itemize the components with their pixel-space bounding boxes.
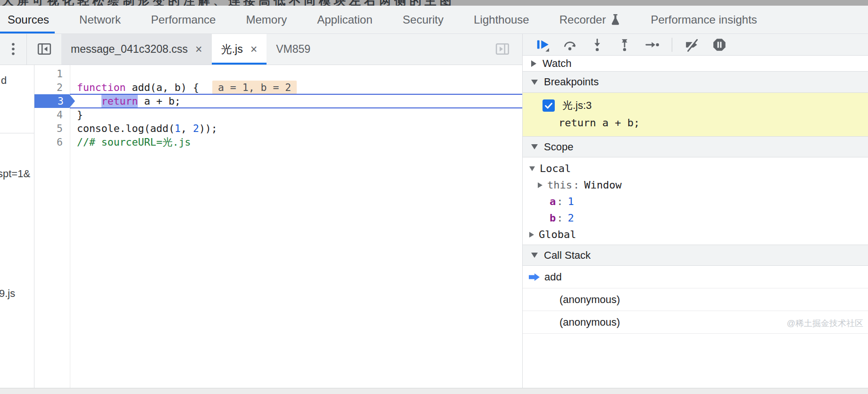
code-text[interactable]: console.log(add(1, 2));	[77, 122, 217, 135]
variable-value: 1	[568, 196, 574, 207]
code-text[interactable]: return a + b;	[77, 94, 181, 108]
main-tab-sources[interactable]: Sources	[8, 6, 49, 33]
call-stack-section-header[interactable]: Call Stack	[523, 245, 868, 266]
token-plain: }	[77, 108, 83, 122]
file-tab-1[interactable]: message_041c3208.css×	[61, 34, 212, 65]
code-line-3: 3 return a + b;	[34, 94, 522, 108]
variable-value: 2	[568, 212, 574, 224]
token-number: 2	[193, 122, 199, 135]
navigator-sliver: d spt=1& 9.js	[0, 65, 34, 388]
main-tab-label: Network	[79, 13, 121, 26]
step-out-icon[interactable]	[617, 37, 632, 52]
breakpoints-section-header[interactable]: Breakpoints	[523, 72, 868, 93]
token-number: 1	[175, 122, 181, 135]
step-into-icon[interactable]	[590, 37, 605, 52]
deactivate-breakpoints-icon[interactable]	[684, 37, 700, 52]
breakpoint-location: 光.js:3	[562, 98, 592, 113]
watch-label: Watch	[542, 57, 572, 70]
navigator-file-fragment[interactable]: 9.js	[0, 287, 15, 300]
frame-label: (anonymous)	[559, 316, 620, 328]
file-tab-label: message_041c3208.css	[71, 43, 188, 56]
call-stack-frames: add(anonymous)(anonymous)@稀土掘金技术社区	[523, 266, 868, 334]
scope-group-local[interactable]: Local	[523, 160, 868, 177]
step-icon[interactable]	[644, 37, 659, 52]
main-tab-network[interactable]: Network	[79, 6, 121, 33]
watermark: @稀土掘金技术社区	[787, 318, 863, 329]
variable-name: this	[547, 179, 572, 191]
frame-label: (anonymous)	[559, 294, 620, 306]
token-comment: //# sourceURL=光.js	[77, 135, 191, 149]
variable-name: b	[550, 212, 556, 224]
scope-variable-this[interactable]: this:Window	[523, 177, 868, 193]
breakpoint-snippet[interactable]: return a + b;	[523, 117, 868, 129]
chevron-down-icon	[531, 253, 538, 258]
main-tab-label: Performance insights	[651, 13, 757, 26]
current-frame-arrow-icon	[529, 273, 540, 281]
main-tab-application[interactable]: Application	[317, 6, 372, 33]
pause-on-exceptions-icon[interactable]	[712, 37, 727, 52]
navigator-file-fragment[interactable]: d	[1, 74, 7, 87]
navigator-divider	[0, 133, 34, 133]
toolbar-separator	[672, 38, 672, 52]
chevron-down-icon	[529, 166, 535, 171]
close-tab-icon[interactable]: ×	[250, 43, 258, 55]
breakpoint-checkbox[interactable]	[542, 99, 555, 112]
line-number[interactable]: 2	[34, 81, 63, 94]
line-number[interactable]: 1	[34, 67, 63, 81]
file-tab-3[interactable]: VM859	[267, 34, 320, 65]
execution-breakpoint-marker[interactable]: 3	[34, 94, 75, 108]
file-tab-label: 光.js	[221, 42, 243, 57]
call-stack-frame-2[interactable]: (anonymous)	[523, 288, 868, 311]
debugger-toolbar	[523, 34, 868, 56]
watch-section-header[interactable]: Watch	[523, 56, 868, 72]
code-line-6: 6//# sourceURL=光.js	[34, 135, 522, 149]
code-text[interactable]: function add(a, b) {a = 1, b = 2	[77, 81, 297, 94]
code-text[interactable]: //# sourceURL=光.js	[77, 135, 191, 149]
inline-eval-annotation: a = 1, b = 2	[212, 81, 297, 94]
file-tab-2[interactable]: 光.js×	[212, 34, 267, 65]
colon-separator: :	[557, 212, 563, 224]
code-text[interactable]: }	[77, 108, 83, 122]
main-tab-lighthouse[interactable]: Lighthouse	[474, 6, 529, 33]
line-number[interactable]: 5	[34, 122, 63, 135]
devtools-window: 大屏可视化轻松绘制形变的注解、连接高低不同模块左右两侧的主图 SourcesNe…	[0, 0, 868, 394]
line-number[interactable]: 6	[34, 135, 63, 149]
token-plain: ,	[181, 122, 193, 135]
code-line-4: 4}	[34, 108, 522, 122]
flask-icon	[610, 14, 620, 25]
code-editor[interactable]: 12function add(a, b) {a = 1, b = 23 retu…	[34, 65, 522, 388]
resume-icon[interactable]	[535, 37, 550, 52]
file-tab-label: VM859	[276, 43, 310, 56]
colon-separator: :	[557, 196, 563, 207]
call-stack-frame-3[interactable]: (anonymous)@稀土掘金技术社区	[523, 311, 868, 334]
main-tab-label: Recorder	[559, 13, 606, 26]
code-line-2: 2function add(a, b) {a = 1, b = 2	[34, 81, 522, 94]
navigator-file-fragment[interactable]: spt=1&	[0, 168, 30, 180]
scope-section-header[interactable]: Scope	[523, 136, 868, 157]
collapse-navigator-icon[interactable]	[37, 41, 52, 58]
editor-tabstrip: message_041c3208.css×光.js×VM859	[0, 34, 522, 65]
open-debugger-panel-icon[interactable]	[495, 41, 510, 58]
chevron-right-icon	[531, 60, 536, 67]
more-options-icon[interactable]	[11, 42, 15, 57]
token-plain: ));	[199, 122, 217, 135]
chevron-down-icon	[531, 144, 538, 149]
code-line-1: 1	[34, 67, 522, 81]
chevron-right-icon	[529, 232, 534, 238]
breakpoints-label: Breakpoints	[544, 76, 599, 88]
main-tab-security[interactable]: Security	[403, 6, 444, 33]
call-stack-frame-1[interactable]: add	[523, 266, 868, 288]
main-tab-performance-insights[interactable]: Performance insights	[651, 6, 757, 33]
step-over-icon[interactable]	[562, 37, 577, 52]
main-tab-recorder[interactable]: Recorder	[559, 6, 621, 33]
main-tab-memory[interactable]: Memory	[246, 6, 287, 33]
scope-group-global[interactable]: Global	[523, 226, 868, 243]
breakpoint-entry[interactable]: 光.js:3 return a + b;	[523, 93, 868, 136]
token-keyword: return	[101, 94, 138, 108]
line-number[interactable]: 4	[34, 108, 63, 122]
main-tab-performance[interactable]: Performance	[151, 6, 216, 33]
scope-group-label: Local	[540, 163, 571, 174]
scope-label: Scope	[544, 141, 573, 153]
token-keyword: function	[77, 81, 126, 94]
close-tab-icon[interactable]: ×	[195, 43, 202, 55]
